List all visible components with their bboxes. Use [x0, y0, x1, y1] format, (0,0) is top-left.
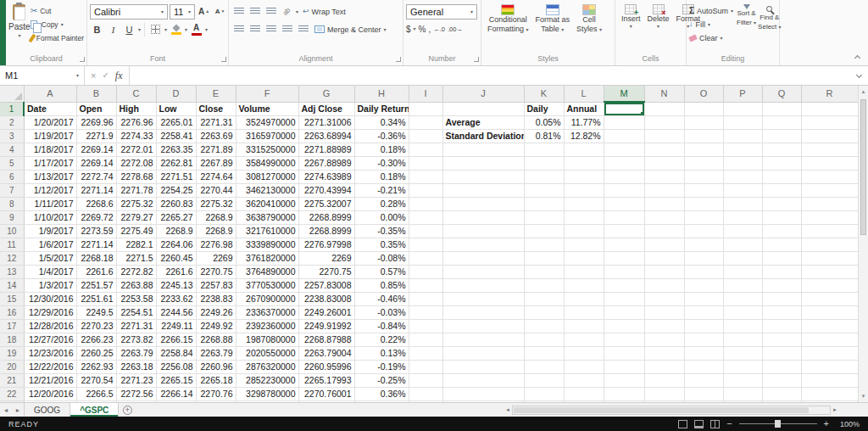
align-top-button[interactable] — [231, 4, 246, 20]
cell-J11[interactable] — [442, 238, 524, 251]
cell-B15[interactable]: 2251.61 — [76, 292, 116, 305]
cell-J1[interactable] — [442, 102, 524, 115]
cell-H15[interactable]: -0.46% — [354, 292, 409, 305]
name-box[interactable]: M1 ▾ — [0, 66, 85, 85]
cell-G7[interactable]: 2270.43994 — [298, 183, 354, 197]
cell-F17[interactable]: 2392360000 — [236, 319, 298, 333]
column-header-K[interactable]: K — [524, 86, 564, 102]
row-header-18[interactable]: 18 — [0, 333, 24, 346]
cell-P19[interactable] — [723, 346, 762, 360]
cell-G13[interactable]: 2270.75 — [298, 265, 354, 278]
cell-R15[interactable] — [801, 292, 858, 305]
cell-F13[interactable]: 3764890000 — [236, 265, 298, 278]
cell-C21[interactable]: 2271.23 — [116, 373, 156, 387]
cell-L6[interactable] — [564, 170, 604, 183]
comma-style-button[interactable]: , — [428, 25, 431, 34]
column-header-Q[interactable]: Q — [762, 86, 801, 102]
cell-O7[interactable] — [684, 183, 723, 197]
cell-C13[interactable]: 2272.82 — [116, 265, 156, 278]
cell-J21[interactable] — [442, 373, 524, 387]
cell-E15[interactable]: 2238.83 — [196, 292, 236, 305]
zoom-level[interactable]: 100% — [836, 420, 860, 428]
cell-F10[interactable]: 3217610000 — [236, 224, 298, 238]
cell-L5[interactable] — [564, 156, 604, 170]
cell-E14[interactable]: 2257.83 — [196, 278, 236, 292]
cell-E21[interactable]: 2265.18 — [196, 373, 236, 387]
cell-F4[interactable]: 3315250000 — [236, 143, 298, 156]
cell-Q1[interactable] — [762, 102, 801, 115]
cell-P8[interactable] — [723, 197, 762, 210]
cell-O21[interactable] — [684, 373, 723, 387]
align-center-button[interactable] — [248, 22, 262, 37]
cell-L22[interactable] — [564, 387, 604, 400]
cell-E19[interactable]: 2263.79 — [196, 346, 236, 360]
cell-O22[interactable] — [684, 387, 723, 400]
cell-J10[interactable] — [442, 224, 524, 238]
cell-F20[interactable]: 2876320000 — [236, 360, 298, 373]
cell-J12[interactable] — [442, 251, 524, 265]
cell-I21[interactable] — [409, 373, 442, 387]
cell-K17[interactable] — [524, 319, 564, 333]
cell-G17[interactable]: 2249.91992 — [298, 319, 354, 333]
cell-F1[interactable]: Volume — [236, 102, 298, 115]
collapse-ribbon-button[interactable] — [853, 53, 861, 61]
sheet-nav-right-icon[interactable]: ► — [12, 403, 24, 417]
cell-D4[interactable]: 2263.35 — [156, 143, 196, 156]
align-middle-button[interactable] — [248, 4, 262, 20]
cell-M21[interactable] — [604, 373, 644, 387]
cell-C10[interactable]: 2275.49 — [116, 224, 156, 238]
cell-Q19[interactable] — [762, 346, 801, 360]
merge-center-button[interactable]: Merge & Center ▾ — [312, 22, 389, 37]
cell-N19[interactable] — [644, 346, 684, 360]
row-header-2[interactable]: 2 — [0, 115, 24, 129]
row-header-5[interactable]: 5 — [0, 156, 24, 170]
cell-N9[interactable] — [644, 210, 684, 224]
row-header-8[interactable]: 8 — [0, 197, 24, 210]
cell-H11[interactable]: 0.35% — [354, 238, 409, 251]
cell-M8[interactable] — [604, 197, 644, 210]
cell-R12[interactable] — [801, 251, 858, 265]
column-header-D[interactable]: D — [156, 86, 196, 102]
row-header-21[interactable]: 21 — [0, 373, 24, 387]
cell-J18[interactable] — [442, 333, 524, 346]
cell-R6[interactable] — [801, 170, 858, 183]
increase-decimal-button[interactable]: ←.0 — [433, 25, 445, 33]
cell-D12[interactable]: 2260.45 — [156, 251, 196, 265]
sheet-tab-goog[interactable]: GOOG — [24, 403, 70, 417]
dialog-launcher-icon[interactable] — [221, 57, 226, 62]
cell-Q7[interactable] — [762, 183, 801, 197]
cell-G18[interactable]: 2268.87988 — [298, 333, 354, 346]
cell-K5[interactable] — [524, 156, 564, 170]
cell-K14[interactable] — [524, 278, 564, 292]
cell-K15[interactable] — [524, 292, 564, 305]
vertical-scrollbar[interactable]: ▲ ▼ — [858, 86, 868, 402]
cell-C19[interactable]: 2263.79 — [116, 346, 156, 360]
cell-M16[interactable] — [604, 305, 644, 319]
cell-D18[interactable]: 2266.15 — [156, 333, 196, 346]
cell-C12[interactable]: 2271.5 — [116, 251, 156, 265]
cell-N11[interactable] — [644, 238, 684, 251]
cell-B8[interactable]: 2268.6 — [76, 197, 116, 210]
cell-N16[interactable] — [644, 305, 684, 319]
cell-R21[interactable] — [801, 373, 858, 387]
cell-F6[interactable]: 3081270000 — [236, 170, 298, 183]
cell-Q3[interactable] — [762, 129, 801, 143]
cell-B19[interactable]: 2260.25 — [76, 346, 116, 360]
cell-G9[interactable]: 2268.8999 — [298, 210, 354, 224]
cell-J17[interactable] — [442, 319, 524, 333]
autosum-button[interactable]: Σ AutoSum ▾ — [689, 4, 733, 17]
cell-H14[interactable]: 0.85% — [354, 278, 409, 292]
cell-B21[interactable]: 2270.54 — [76, 373, 116, 387]
cell-F14[interactable]: 3770530000 — [236, 278, 298, 292]
cell-G11[interactable]: 2276.97998 — [298, 238, 354, 251]
cell-A10[interactable]: 1/9/2017 — [24, 224, 76, 238]
cell-P6[interactable] — [723, 170, 762, 183]
cell-C22[interactable]: 2272.56 — [116, 387, 156, 400]
decrease-decimal-button[interactable]: .00→ — [448, 25, 463, 33]
cell-R3[interactable] — [801, 129, 858, 143]
cell-R7[interactable] — [801, 183, 858, 197]
row-header-19[interactable]: 19 — [0, 346, 24, 360]
cell-A13[interactable]: 1/4/2017 — [24, 265, 76, 278]
cell-P7[interactable] — [723, 183, 762, 197]
cell-B13[interactable]: 2261.6 — [76, 265, 116, 278]
